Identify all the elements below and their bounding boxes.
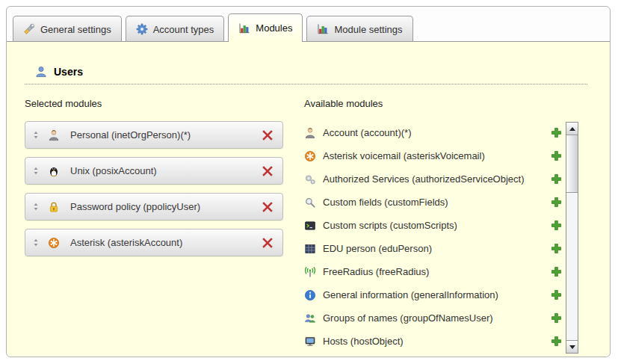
edu-icon — [304, 243, 316, 255]
add-icon[interactable] — [551, 336, 562, 347]
add-icon[interactable] — [551, 243, 562, 254]
available-module-row: Custom fields (customFields) — [304, 191, 562, 214]
available-module-label: General information (generalInformation) — [323, 289, 551, 300]
available-module-label: Groups of names (groupOfNamesUser) — [323, 312, 551, 324]
modules-icon — [317, 23, 329, 35]
triangle-up-icon — [569, 127, 575, 131]
scrollbar-thumb[interactable] — [566, 135, 578, 193]
delete-icon[interactable] — [262, 129, 274, 141]
available-module-row: FreeRadius (freeRadius) — [304, 260, 562, 283]
available-module-label: Hosts (hostObject) — [323, 336, 551, 347]
drag-handle-icon[interactable] — [32, 166, 40, 176]
drag-handle-icon[interactable] — [32, 238, 40, 247]
scroll-down-button[interactable] — [566, 340, 578, 353]
available-module-row: General information (generalInformation) — [304, 283, 562, 306]
available-module-row: Groups of names (groupOfNamesUser) — [304, 306, 562, 330]
selected-module-label: Personal (inetOrgPerson)(*) — [70, 129, 262, 141]
selected-module-label: Password policy (ppolicyUser) — [70, 201, 262, 212]
tab-account-types[interactable]: Account types — [126, 16, 225, 42]
host-icon — [304, 336, 316, 348]
selected-module-row[interactable]: Password policy (ppolicyUser) — [25, 193, 283, 220]
drag-handle-icon[interactable] — [32, 202, 40, 212]
radius-icon — [304, 266, 316, 278]
triangle-down-icon — [569, 345, 575, 349]
tab-modules[interactable]: Modules — [228, 13, 303, 42]
selected-modules-column: Selected modules Personal (inetOrgPerson… — [25, 98, 283, 353]
drag-handle-icon[interactable] — [32, 130, 40, 140]
selected-module-label: Asterisk (asteriskAccount) — [70, 237, 262, 248]
available-module-row: EDU person (eduPerson) — [304, 237, 562, 260]
lam-configuration-widget: General settings Account types Modules M… — [6, 6, 611, 357]
section-title: Users — [54, 66, 83, 78]
selected-module-row[interactable]: Unix (posixAccount) — [25, 157, 283, 185]
tab-module-settings[interactable]: Module settings — [306, 16, 412, 42]
available-modules-heading: Available modules — [304, 98, 578, 109]
available-module-label: EDU person (eduPerson) — [323, 243, 551, 254]
add-icon[interactable] — [551, 197, 562, 208]
modules-icon — [238, 22, 250, 34]
scroll-up-button[interactable] — [566, 123, 578, 135]
available-module-label: Authorized Services (authorizedServiceOb… — [323, 173, 551, 185]
tab-label: Account types — [153, 24, 214, 35]
tab-general-settings[interactable]: General settings — [13, 16, 122, 42]
script-icon — [304, 220, 316, 232]
selected-modules-list: Personal (inetOrgPerson)(*) Unix (posixA… — [25, 121, 283, 256]
available-module-label: Account (account)(*) — [323, 127, 551, 138]
available-module-label: Asterisk voicemail (asteriskVoicemail) — [323, 150, 551, 161]
add-icon[interactable] — [551, 127, 562, 138]
users-section-heading: Users — [35, 66, 610, 78]
delete-icon[interactable] — [262, 165, 274, 177]
available-module-row: Hosts (hostObject) — [304, 330, 562, 353]
module-columns: Selected modules Personal (inetOrgPerson… — [25, 98, 578, 353]
users-icon — [35, 66, 47, 78]
tab-label: Modules — [256, 22, 292, 34]
group-icon — [304, 312, 316, 324]
available-module-row: Authorized Services (authorizedServiceOb… — [304, 167, 562, 191]
tab-label: Module settings — [334, 24, 402, 35]
person-icon — [48, 129, 60, 141]
add-icon[interactable] — [551, 289, 562, 300]
add-icon[interactable] — [551, 312, 562, 324]
lock-icon — [48, 201, 60, 213]
available-module-label: FreeRadius (freeRadius) — [323, 266, 551, 277]
available-module-label: Custom fields (customFields) — [323, 197, 551, 208]
available-module-row: Asterisk voicemail (asteriskVoicemail) — [304, 144, 562, 167]
penguin-icon — [48, 165, 60, 177]
available-modules-column: Available modules Account (account)(*) A… — [304, 98, 578, 353]
services-icon — [304, 173, 316, 185]
page: General settings Account types Modules M… — [0, 0, 618, 364]
add-icon[interactable] — [551, 150, 562, 161]
add-icon[interactable] — [551, 220, 562, 231]
available-module-label: Custom scripts (customScripts) — [323, 220, 551, 231]
available-modules-scrollbar[interactable] — [566, 122, 578, 354]
scrollbar-track[interactable] — [566, 135, 578, 340]
selected-module-row[interactable]: Asterisk (asteriskAccount) — [25, 229, 283, 256]
tab-label: General settings — [40, 24, 111, 35]
tab-bar: General settings Account types Modules M… — [7, 7, 610, 42]
asterisk-icon — [304, 150, 316, 162]
available-modules-list: Account (account)(*) Asterisk voicemail … — [304, 121, 562, 353]
info-icon — [304, 289, 316, 301]
add-icon[interactable] — [551, 173, 562, 185]
delete-icon[interactable] — [262, 237, 274, 249]
person-icon — [304, 127, 316, 139]
available-module-row: Custom scripts (customScripts) — [304, 214, 562, 237]
add-icon[interactable] — [551, 266, 562, 277]
magnifier-icon — [304, 197, 316, 209]
asterisk-icon — [48, 237, 60, 249]
modules-panel: Users Selected modules Personal (inetOrg… — [7, 42, 610, 357]
delete-icon[interactable] — [262, 201, 274, 213]
gear-icon — [136, 23, 148, 35]
available-module-row: Account (account)(*) — [304, 121, 562, 144]
selected-modules-heading: Selected modules — [25, 98, 283, 109]
wrench-icon — [23, 23, 35, 35]
section-divider — [25, 84, 587, 84]
selected-module-row[interactable]: Personal (inetOrgPerson)(*) — [25, 121, 283, 149]
selected-module-label: Unix (posixAccount) — [70, 165, 262, 176]
